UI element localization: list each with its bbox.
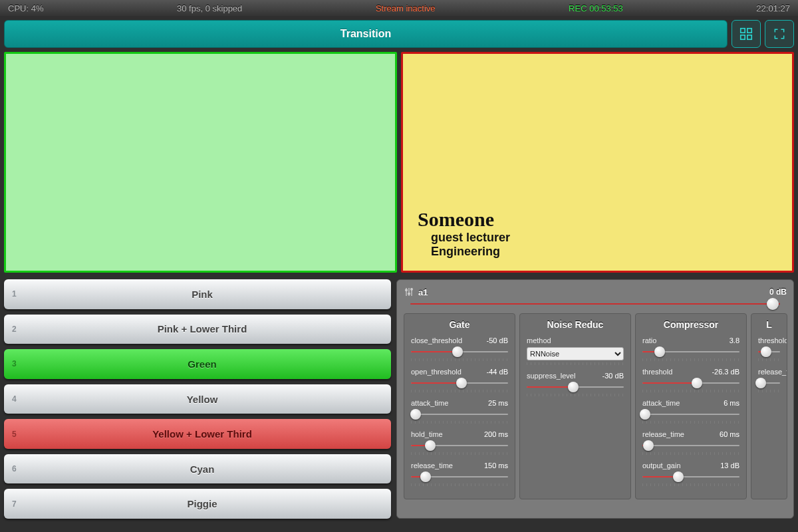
param-slider[interactable]	[527, 382, 624, 392]
param-value: -50 dB	[487, 336, 508, 344]
param-label: release_tim	[758, 368, 787, 376]
mixer-icon	[404, 287, 414, 297]
stream-status: Stream inactive	[376, 3, 436, 13]
lower-third-name: Someone	[418, 208, 510, 231]
param-label: attack_time	[642, 399, 680, 407]
scene-label: Pink + Lower Third	[21, 323, 383, 334]
param-slider[interactable]	[642, 441, 739, 450]
param-label: release_time	[642, 430, 684, 438]
fx-column-lim: L threshold release_tim	[751, 313, 787, 499]
param-label: method	[527, 336, 551, 344]
scene-number: 6	[12, 464, 21, 473]
scene-list: 1Pink2Pink + Lower Third3Green4Yellow5Ye…	[4, 279, 391, 519]
scene-button[interactable]: 4Yellow	[4, 384, 391, 414]
param-slider[interactable]	[758, 378, 780, 388]
scene-label: Piggie	[21, 498, 383, 509]
param-slider[interactable]	[642, 347, 739, 356]
scene-number: 7	[12, 499, 21, 509]
fullscreen-button[interactable]	[765, 20, 794, 48]
scene-number: 1	[12, 289, 21, 299]
param-slider[interactable]	[642, 472, 739, 481]
fx-title: Noise Reduc	[527, 319, 624, 330]
fx-title: Compressor	[642, 319, 739, 330]
param-value: 60 ms	[720, 430, 739, 438]
param-label: close_threshold	[411, 336, 462, 344]
scene-label: Green	[21, 358, 383, 370]
fx-column-nr: Noise Reduc method RNNoise suppress_leve…	[519, 313, 631, 499]
preview-pane[interactable]	[4, 52, 397, 273]
nr-method-select[interactable]: RNNoise	[527, 347, 624, 360]
scene-number: 3	[12, 359, 21, 368]
fx-title: Gate	[411, 319, 508, 330]
svg-point-5	[408, 293, 410, 295]
scene-label: Pink	[21, 289, 383, 300]
program-pane[interactable]: Someone guest lecturer Engineering	[401, 52, 794, 273]
scene-number: 4	[12, 394, 21, 404]
multiview-button[interactable]	[732, 20, 761, 48]
scene-label: Cyan	[21, 464, 383, 475]
status-bar: CPU: 4% 30 fps, 0 skipped Stream inactiv…	[0, 0, 798, 16]
audio-channel-name: a1	[418, 287, 428, 297]
param-label: threshold	[758, 336, 787, 344]
param-slider[interactable]	[411, 472, 508, 481]
param-value: -30 dB	[602, 372, 624, 380]
audio-panel: a1 0 dB Gate close_threshold-50 dB open_…	[396, 279, 794, 519]
scene-label: Yellow + Lower Third	[21, 428, 383, 440]
scene-button[interactable]: 3Green	[4, 349, 391, 379]
scene-button[interactable]: 1Pink	[4, 279, 391, 309]
param-slider[interactable]	[411, 378, 508, 388]
scene-button[interactable]: 2Pink + Lower Third	[4, 315, 391, 344]
param-label: output_gain	[642, 462, 681, 469]
param-value: 200 ms	[484, 430, 508, 438]
scene-button[interactable]: 7Piggie	[4, 489, 391, 519]
param-label: hold_time	[411, 430, 443, 438]
param-value: 150 ms	[484, 462, 508, 469]
fps-status: 30 fps, 0 skipped	[177, 3, 242, 13]
volume-slider[interactable]	[404, 301, 787, 307]
param-label: suppress_level	[527, 372, 575, 380]
param-value: -44 dB	[487, 368, 508, 376]
grid-icon	[739, 27, 753, 41]
lower-third-line1: guest lecturer	[431, 231, 510, 245]
transition-button[interactable]: Transition	[4, 20, 728, 48]
clock: 22:01:27	[756, 3, 790, 13]
lower-third: Someone guest lecturer Engineering	[418, 208, 510, 259]
svg-rect-3	[747, 35, 751, 39]
param-slider[interactable]	[642, 378, 739, 388]
svg-point-4	[406, 289, 408, 291]
param-slider[interactable]	[758, 347, 780, 356]
param-value: 3.8	[730, 336, 739, 344]
scene-button[interactable]: 5Yellow + Lower Third	[4, 419, 391, 449]
svg-rect-1	[747, 29, 751, 33]
param-value: 13 dB	[720, 462, 739, 469]
param-label: attack_time	[411, 399, 448, 407]
scene-button[interactable]: 6Cyan	[4, 454, 391, 484]
svg-point-6	[411, 289, 413, 291]
lower-third-line2: Engineering	[431, 245, 510, 259]
param-label: threshold	[642, 368, 672, 376]
param-value: -26.3 dB	[712, 368, 739, 376]
scene-number: 2	[12, 325, 21, 334]
fullscreen-icon	[773, 27, 786, 41]
param-value: 6 ms	[724, 399, 739, 407]
param-label: open_threshold	[411, 368, 462, 376]
param-label: release_time	[411, 462, 453, 469]
scene-label: Yellow	[21, 394, 383, 405]
fx-column-comp: Compressor ratio3.8 threshold-26.3 dB at…	[635, 313, 747, 499]
param-slider[interactable]	[411, 410, 508, 419]
param-slider[interactable]	[411, 441, 508, 450]
svg-rect-2	[741, 35, 745, 39]
audio-db: 0 dB	[769, 287, 787, 297]
fx-column-gate: Gate close_threshold-50 dB open_threshol…	[404, 313, 515, 499]
param-value: 25 ms	[488, 399, 508, 407]
param-slider[interactable]	[642, 410, 739, 419]
fx-title: L	[758, 319, 780, 330]
scene-number: 5	[12, 430, 21, 439]
cpu-status: CPU: 4%	[8, 3, 43, 13]
svg-rect-0	[741, 29, 745, 33]
rec-status: REC 00:53:53	[569, 3, 623, 13]
param-slider[interactable]	[411, 347, 508, 356]
param-label: ratio	[642, 336, 656, 344]
